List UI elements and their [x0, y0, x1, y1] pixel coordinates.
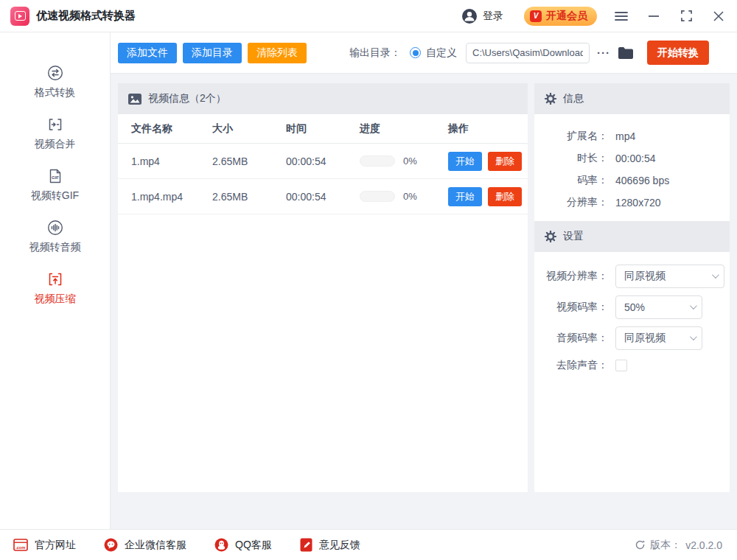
link-label: QQ客服 — [235, 539, 272, 552]
video-bitrate-select[interactable]: 50% — [615, 295, 702, 319]
gear-icon — [545, 231, 556, 242]
login-button[interactable]: 登录 — [461, 8, 503, 24]
resolution-select[interactable]: 同原视频 — [615, 265, 724, 288]
info-fields: 扩展名： mp4 时长： 00:00:54 码率： 406696 bps 分辨率… — [534, 114, 730, 221]
sidebar-item-label: 格式转换 — [35, 86, 76, 99]
mute-checkbox[interactable] — [615, 360, 627, 371]
sidebar-item-format-convert[interactable]: 格式转换 — [0, 65, 110, 116]
video-to-gif-icon: GIF — [47, 168, 63, 184]
field-label: 时长： — [534, 152, 608, 165]
settings-header: 设置 — [534, 221, 730, 252]
feedback-link[interactable]: 意见反馈 — [300, 538, 360, 552]
toolbar: 添加文件 添加目录 清除列表 输出目录： 自定义 ··· 开始转换 — [111, 32, 737, 74]
custom-output-label: 自定义 — [426, 46, 457, 60]
file-name: 1.mp4.mp4 — [131, 191, 212, 203]
progress-value: 0% — [403, 155, 417, 167]
video-info-panel: 视频信息（2个） 文件名称 大小 时间 进度 操作 1.mp4 2.65MB 0… — [118, 83, 528, 492]
setting-label: 视频码率： — [534, 301, 608, 314]
clear-list-button[interactable]: 清除列表 — [248, 43, 307, 63]
sidebar-item-video-merge[interactable]: 视频合并 — [0, 116, 110, 167]
selected-value: 同原视频 — [624, 332, 666, 345]
info-field: 时长： 00:00:54 — [534, 147, 730, 169]
menu-icon[interactable] — [615, 10, 628, 23]
maximize-icon[interactable] — [680, 10, 693, 23]
output-path-input[interactable] — [466, 43, 590, 63]
custom-output-radio[interactable] — [410, 47, 421, 58]
video-compress-icon — [47, 271, 63, 287]
table-row: 1.mp4.mp4 2.65MB 00:00:54 0% 开始 删除 — [118, 179, 528, 214]
sidebar: 格式转换 视频合并 GIF 视频转GIF 视频转音频 视频压缩 — [0, 32, 111, 529]
sidebar-item-label: 视频合并 — [35, 138, 76, 151]
field-value: 406696 bps — [615, 175, 730, 186]
row-delete-button[interactable]: 删除 — [488, 152, 522, 171]
setting-mute: 去除声音： — [534, 357, 730, 374]
progress-value: 0% — [403, 191, 417, 202]
svg-text:GIF: GIF — [52, 175, 59, 180]
gear-icon — [545, 93, 556, 105]
version-label: 版本： — [650, 539, 681, 552]
vip-icon: V — [530, 10, 542, 22]
wechat-service-icon — [104, 538, 118, 552]
sidebar-item-label: 视频转GIF — [31, 189, 79, 203]
row-start-button[interactable]: 开始 — [448, 187, 482, 206]
link-label: 企业微信客服 — [125, 539, 186, 552]
col-actions: 操作 — [448, 122, 528, 136]
settings-fields: 视频分辨率： 同原视频 视频码率： 50% — [534, 252, 730, 374]
col-progress: 进度 — [360, 122, 448, 136]
sidebar-item-label: 视频压缩 — [35, 293, 76, 306]
setting-label: 音频码率： — [534, 332, 608, 345]
version-info: 版本： v2.0.2.0 — [635, 539, 722, 552]
vip-label: 开通会员 — [546, 10, 587, 23]
selected-value: 50% — [624, 301, 645, 313]
browse-more-button[interactable]: ··· — [597, 46, 610, 59]
row-start-button[interactable]: 开始 — [448, 152, 482, 171]
sidebar-item-video-compress[interactable]: 视频压缩 — [0, 271, 110, 322]
field-label: 分辨率： — [534, 196, 608, 209]
content-area: 视频信息（2个） 文件名称 大小 时间 进度 操作 1.mp4 2.65MB 0… — [111, 74, 737, 529]
audio-bitrate-select[interactable]: 同原视频 — [615, 326, 702, 350]
open-vip-button[interactable]: V 开通会员 — [524, 7, 597, 26]
video-merge-icon — [47, 116, 63, 133]
video-info-header: 视频信息（2个） — [118, 83, 528, 114]
chevron-down-icon — [690, 302, 697, 309]
setting-audio-bitrate: 音频码率： 同原视频 — [534, 326, 730, 350]
start-convert-button[interactable]: 开始转换 — [647, 41, 709, 65]
official-website-link[interactable]: .com 官方网址 — [13, 539, 76, 552]
info-field: 分辨率： 1280x720 — [534, 192, 730, 214]
sidebar-item-video-to-audio[interactable]: 视频转音频 — [0, 220, 110, 270]
website-icon: .com — [13, 539, 28, 551]
add-folder-button[interactable]: 添加目录 — [183, 43, 242, 63]
video-thumbnail-icon — [128, 94, 142, 105]
col-size: 大小 — [212, 122, 286, 136]
progress-bar — [360, 191, 395, 202]
qq-icon — [214, 538, 228, 552]
setting-label: 视频分辨率： — [534, 270, 608, 283]
setting-video-bitrate: 视频码率： 50% — [534, 295, 730, 319]
feedback-icon — [300, 538, 312, 552]
open-folder-icon[interactable] — [618, 46, 634, 60]
file-time: 00:00:54 — [286, 191, 360, 203]
minimize-icon[interactable] — [647, 10, 660, 23]
info-title: 信息 — [563, 92, 584, 105]
wechat-service-link[interactable]: 企业微信客服 — [104, 538, 186, 552]
app-title: 优速视频格式转换器 — [36, 9, 136, 23]
settings-title: 设置 — [563, 230, 584, 243]
add-file-button[interactable]: 添加文件 — [118, 43, 177, 63]
setting-resolution: 视频分辨率： 同原视频 — [534, 265, 730, 288]
close-icon[interactable] — [712, 10, 725, 23]
right-panel: 信息 扩展名： mp4 时长： 00:00:54 码率： 406696 bps — [534, 83, 730, 492]
bottombar: .com 官方网址 企业微信客服 QQ客服 意见反馈 版本： v2.0.2.0 — [0, 529, 737, 560]
table-header-row: 文件名称 大小 时间 进度 操作 — [118, 114, 528, 144]
field-label: 扩展名： — [534, 130, 608, 143]
qq-service-link[interactable]: QQ客服 — [214, 538, 272, 552]
sidebar-item-video-to-gif[interactable]: GIF 视频转GIF — [0, 168, 110, 219]
titlebar: 优速视频格式转换器 登录 V 开通会员 — [0, 0, 737, 32]
table-row: 1.mp4 2.65MB 00:00:54 0% 开始 删除 — [118, 144, 528, 179]
info-header: 信息 — [534, 83, 730, 114]
selected-value: 同原视频 — [624, 270, 666, 283]
row-delete-button[interactable]: 删除 — [488, 187, 522, 206]
field-label: 码率： — [534, 174, 608, 187]
file-size: 2.65MB — [212, 191, 286, 203]
info-field: 扩展名： mp4 — [534, 125, 730, 147]
file-size: 2.65MB — [212, 155, 286, 167]
